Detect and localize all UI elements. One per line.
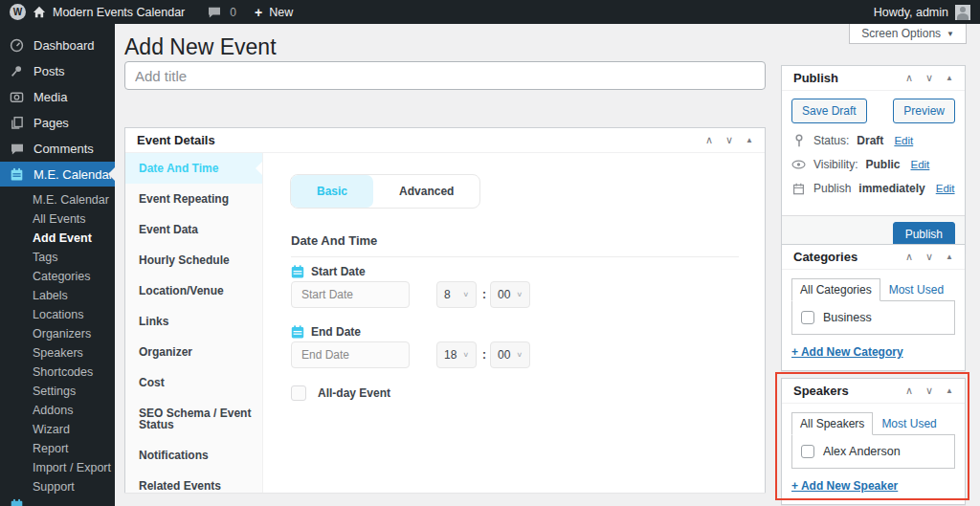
- publish-header[interactable]: Publish ∧ ∨ ▲: [782, 66, 965, 91]
- comments-bubble-icon[interactable]: [208, 7, 221, 18]
- screen-options-label: Screen Options: [861, 27, 941, 40]
- section-divider: [291, 256, 739, 257]
- collapse-toggle-icon[interactable]: ▲: [946, 75, 953, 82]
- event-title-input[interactable]: [124, 61, 766, 90]
- metabox-title: Categories: [793, 250, 858, 264]
- tab-advanced[interactable]: Advanced: [373, 175, 479, 208]
- add-new-speaker-link[interactable]: + Add New Speaker: [791, 479, 898, 493]
- sidebar-item-media[interactable]: Media: [0, 84, 115, 110]
- tab-event-repeating[interactable]: Event Repeating: [125, 184, 262, 214]
- collapse-toggle-icon[interactable]: ▲: [946, 387, 953, 395]
- screen-options-button[interactable]: Screen Options ▼: [849, 24, 967, 44]
- move-up-icon[interactable]: ∧: [905, 385, 913, 396]
- submenu-item-labels[interactable]: Labels: [0, 286, 115, 305]
- tab-hourly-schedule[interactable]: Hourly Schedule: [125, 245, 262, 275]
- submenu-item-settings[interactable]: Settings: [0, 382, 115, 401]
- sidebar-item-me-calendar[interactable]: M.E. Calendar: [0, 162, 115, 187]
- edit-schedule-link[interactable]: Edit: [936, 183, 955, 194]
- status-row: Status: Draft Edit: [791, 134, 955, 147]
- tab-location-venue[interactable]: Location/Venue: [125, 275, 262, 306]
- start-minute-select[interactable]: 00 ∨: [490, 281, 530, 308]
- user-avatar[interactable]: [955, 5, 970, 20]
- edit-status-link[interactable]: Edit: [894, 135, 913, 146]
- submenu-item-tags[interactable]: Tags: [0, 248, 115, 267]
- move-up-icon[interactable]: ∧: [905, 252, 913, 262]
- move-up-icon[interactable]: ∧: [905, 73, 913, 83]
- start-date-input[interactable]: [291, 281, 410, 308]
- sidebar-item-posts[interactable]: Posts: [0, 58, 115, 84]
- chevron-down-icon: ∨: [462, 351, 469, 359]
- tab-all-categories[interactable]: All Categories: [791, 278, 880, 301]
- tab-related-events[interactable]: Related Events: [125, 471, 262, 501]
- section-title: Date And Time: [291, 233, 377, 248]
- chevron-down-icon: ∨: [516, 291, 523, 298]
- submenu-item-add-event[interactable]: Add Event: [0, 229, 115, 248]
- tab-links[interactable]: Links: [125, 306, 262, 337]
- allday-label: All-day Event: [318, 386, 390, 400]
- collapse-toggle-icon[interactable]: ▲: [946, 253, 953, 261]
- visibility-label: Visibility:: [813, 158, 858, 171]
- submenu-item-report[interactable]: Report: [0, 439, 115, 458]
- wordpress-logo-icon[interactable]: W: [10, 4, 26, 20]
- schedule-row: Publish immediately Edit: [791, 182, 955, 195]
- tab-cost[interactable]: Cost: [125, 367, 262, 398]
- allday-checkbox[interactable]: [291, 385, 306, 401]
- site-name-link[interactable]: Modern Events Calendar: [53, 6, 185, 19]
- home-icon[interactable]: [33, 6, 46, 18]
- sidebar-item-partial[interactable]: [0, 493, 115, 506]
- edit-visibility-link[interactable]: Edit: [910, 159, 929, 170]
- status-value: Draft: [857, 134, 883, 147]
- sidebar-item-label: Posts: [33, 64, 65, 78]
- save-draft-button[interactable]: Save Draft: [791, 99, 867, 123]
- end-hour-select[interactable]: 18 ∨: [436, 341, 477, 368]
- category-checkbox[interactable]: [801, 311, 814, 324]
- howdy-admin-link[interactable]: Howdy, admin: [874, 6, 948, 19]
- preview-button[interactable]: Preview: [893, 99, 955, 123]
- submenu-item-wizard[interactable]: Wizard: [0, 420, 115, 439]
- new-content-link[interactable]: New: [269, 6, 293, 19]
- submenu-item-all-events[interactable]: All Events: [0, 209, 115, 229]
- tab-seo-schema-event-status[interactable]: SEO Schema / Event Status: [125, 398, 262, 440]
- speakers-header[interactable]: Speakers ∧ ∨ ▲: [782, 379, 965, 404]
- submenu-item-locations[interactable]: Locations: [0, 305, 115, 324]
- move-up-icon[interactable]: ∧: [705, 135, 713, 145]
- submenu-item-categories[interactable]: Categories: [0, 267, 115, 286]
- start-hour-select[interactable]: 8 ∨: [436, 281, 477, 308]
- move-down-icon[interactable]: ∨: [925, 252, 933, 262]
- tab-most-used[interactable]: Most Used: [873, 413, 945, 434]
- speaker-checkbox[interactable]: [801, 445, 814, 458]
- event-details-header[interactable]: Event Details ∧ ∨ ▲: [125, 128, 765, 153]
- sidebar-item-label: Pages: [33, 116, 69, 130]
- submenu-item-import-export[interactable]: Import / Export: [0, 458, 115, 477]
- tab-basic[interactable]: Basic: [291, 175, 373, 208]
- submenu-item-organizers[interactable]: Organizers: [0, 324, 115, 343]
- tab-notifications[interactable]: Notifications: [125, 440, 262, 471]
- categories-header[interactable]: Categories ∧ ∨ ▲: [782, 245, 965, 270]
- visibility-value: Public: [865, 158, 900, 171]
- submenu-item-me-calendar[interactable]: M.E. Calendar: [0, 190, 115, 209]
- comments-count[interactable]: 0: [230, 6, 236, 19]
- end-minute-select[interactable]: 00 ∨: [490, 341, 530, 368]
- sidebar-item-pages[interactable]: Pages: [0, 110, 115, 136]
- plus-icon[interactable]: +: [255, 5, 262, 20]
- tab-organizer[interactable]: Organizer: [125, 337, 262, 367]
- calendar-icon: [791, 183, 806, 195]
- move-down-icon[interactable]: ∨: [925, 385, 933, 396]
- collapse-toggle-icon[interactable]: ▲: [746, 137, 753, 144]
- submenu-item-shortcodes[interactable]: Shortcodes: [0, 363, 115, 382]
- time-separator: :: [482, 348, 486, 362]
- move-down-icon[interactable]: ∨: [725, 135, 733, 145]
- tab-most-used[interactable]: Most Used: [880, 279, 952, 300]
- move-down-icon[interactable]: ∨: [925, 73, 933, 83]
- tab-event-data[interactable]: Event Data: [125, 214, 262, 245]
- end-date-input[interactable]: [291, 341, 410, 368]
- time-separator: :: [482, 288, 486, 301]
- sidebar-item-comments[interactable]: Comments: [0, 136, 115, 162]
- pin-icon: [791, 134, 806, 147]
- add-new-category-link[interactable]: + Add New Category: [791, 345, 903, 359]
- tab-date-and-time[interactable]: Date And Time: [125, 153, 262, 184]
- submenu-item-speakers[interactable]: Speakers: [0, 343, 115, 363]
- submenu-item-addons[interactable]: Addons: [0, 401, 115, 420]
- tab-all-speakers[interactable]: All Speakers: [791, 412, 873, 435]
- sidebar-item-dashboard[interactable]: Dashboard: [0, 33, 115, 58]
